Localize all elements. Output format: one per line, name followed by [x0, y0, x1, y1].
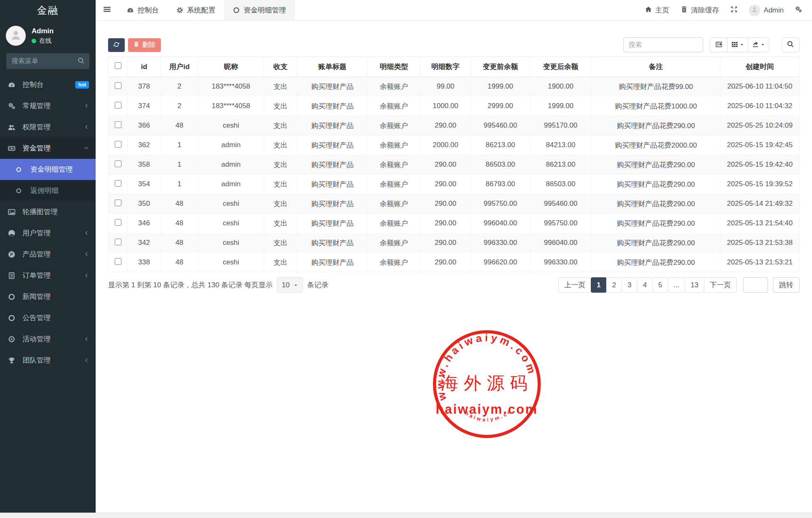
- page-ellipsis[interactable]: ...: [668, 277, 685, 293]
- chevron-left-icon: [84, 103, 89, 109]
- page-button-13[interactable]: 13: [685, 277, 704, 293]
- row-checkbox[interactable]: [115, 160, 121, 167]
- row-checkbox[interactable]: [115, 200, 121, 206]
- row-select-cell: [109, 214, 128, 233]
- search-button[interactable]: [782, 37, 800, 52]
- row-checkbox[interactable]: [115, 239, 121, 245]
- clear-cache-link[interactable]: 清除缓存: [681, 5, 719, 15]
- chevron-left-icon: [84, 273, 89, 278]
- delete-button[interactable]: 删除: [128, 38, 161, 52]
- sidebar-item-notice[interactable]: 公告管理: [0, 307, 96, 328]
- cell: admin: [198, 136, 264, 155]
- cell: 购买理财产品花费290.00: [592, 175, 721, 194]
- columns-grid-icon: [731, 41, 738, 49]
- sidebar-item-news[interactable]: 新闻管理: [0, 286, 96, 307]
- sidebar-item-fund[interactable]: 资金管理: [0, 138, 96, 159]
- admin-menu[interactable]: Admin: [749, 5, 784, 16]
- search-icon[interactable]: [78, 57, 85, 66]
- column-header: id: [128, 57, 161, 77]
- page-button-2[interactable]: 2: [606, 277, 622, 293]
- page-size-dropdown[interactable]: 10: [277, 277, 303, 293]
- content: 删除 id: [96, 21, 812, 293]
- tachometer-icon: [127, 7, 134, 14]
- page-button-4[interactable]: 4: [637, 277, 653, 293]
- home-link[interactable]: 主页: [645, 5, 669, 15]
- sidebar-toggle-button[interactable]: [96, 0, 118, 20]
- sidebar-item-product[interactable]: P产品管理: [0, 244, 96, 265]
- avatar: [749, 5, 760, 16]
- sidebar-item-general[interactable]: 常规管理: [0, 95, 96, 116]
- horizontal-scrollbar[interactable]: [0, 513, 812, 518]
- table-row: 3742183****4058支出购买理财产品余额账户1000.002999.0…: [109, 96, 800, 116]
- row-checkbox[interactable]: [115, 180, 121, 187]
- row-checkbox[interactable]: [115, 102, 121, 109]
- table-search-input[interactable]: [623, 37, 703, 52]
- table-row: 3621admin支出购买理财产品余额账户2000.0086213.008421…: [109, 136, 800, 155]
- row-checkbox[interactable]: [115, 258, 121, 265]
- select-all-checkbox[interactable]: [115, 62, 121, 69]
- settings-button[interactable]: [795, 6, 802, 15]
- cell: 48: [161, 253, 198, 272]
- refresh-button[interactable]: [108, 38, 125, 52]
- cell: 余额账户: [368, 96, 420, 116]
- cell: 2000.00: [420, 136, 471, 155]
- cell: 支出: [264, 253, 297, 272]
- table-row: 35048ceshi支出购买理财产品余额账户290.00995750.00995…: [109, 194, 800, 214]
- cell: 995750.00: [471, 194, 530, 214]
- tab-sys-config[interactable]: 系统配置: [168, 0, 224, 20]
- cell: 290.00: [420, 116, 471, 136]
- export-button[interactable]: [748, 37, 769, 52]
- sidebar-item-order[interactable]: 订单管理: [0, 265, 96, 286]
- jump-button[interactable]: 跳转: [773, 277, 800, 293]
- chevron-left-icon: [84, 252, 89, 257]
- fullscreen-button[interactable]: [731, 6, 738, 15]
- detail-view-button[interactable]: [710, 37, 728, 52]
- circle-icon: [233, 7, 240, 14]
- sidebar-item-activity[interactable]: 活动管理: [0, 328, 96, 350]
- sidebar-item-user[interactable]: 用户管理: [0, 222, 96, 244]
- cell: 余额账户: [368, 233, 420, 253]
- cell: 支出: [264, 77, 297, 96]
- cell: 2025-05-25 10:24:09: [721, 116, 800, 136]
- page-button-1[interactable]: 1: [591, 277, 607, 293]
- cell: 290.00: [420, 214, 471, 233]
- cell: 374: [128, 96, 161, 116]
- page-button-5[interactable]: 5: [652, 277, 668, 293]
- cell: 支出: [264, 116, 297, 136]
- row-checkbox[interactable]: [115, 141, 121, 148]
- cell: 338: [128, 253, 161, 272]
- image-icon: [8, 208, 18, 216]
- cell: 48: [161, 116, 198, 136]
- sidebar-item-team[interactable]: 团队管理: [0, 350, 96, 371]
- next-page-button[interactable]: 下一页: [704, 277, 737, 293]
- jump-page-input[interactable]: [743, 277, 768, 293]
- columns-button[interactable]: [727, 37, 748, 52]
- tab-console[interactable]: 控制台: [118, 0, 168, 20]
- cell: 346: [128, 214, 161, 233]
- sidebar-item-permission[interactable]: 权限管理: [0, 116, 96, 138]
- column-header: 明细数字: [420, 57, 471, 77]
- sidebar-item-label: 资金明细管理: [30, 165, 89, 174]
- sidebar-item-console[interactable]: 控制台hot: [0, 74, 96, 95]
- sidebar-item-fund-detail[interactable]: 资金明细管理: [0, 159, 96, 180]
- sidebar-item-label: 用户管理: [22, 228, 84, 238]
- online-dot: [32, 39, 36, 43]
- pagination-summary-suffix: 条记录: [307, 280, 328, 290]
- cell: 996330.00: [471, 233, 530, 253]
- chevron-left-icon: [84, 358, 89, 363]
- row-checkbox[interactable]: [115, 82, 121, 89]
- caret-up-icon: [294, 281, 298, 289]
- sidebar-search-input[interactable]: [6, 53, 89, 69]
- prev-page-button[interactable]: 上一页: [558, 277, 591, 293]
- tab-fund-detail[interactable]: 资金明细管理: [224, 0, 295, 20]
- fund-detail-table: id用户id昵称收支账单标题明细类型明细数字变更前余额变更后余额备注创建时间 3…: [108, 57, 800, 272]
- page-button-3[interactable]: 3: [622, 277, 637, 293]
- bars-icon: [103, 5, 111, 15]
- sidebar-item-rebate-detail[interactable]: 返佣明细: [0, 180, 96, 201]
- cell: 余额账户: [368, 253, 420, 272]
- cell: 余额账户: [368, 214, 420, 233]
- row-checkbox[interactable]: [115, 219, 121, 226]
- sidebar-item-banner[interactable]: 轮播图管理: [0, 201, 96, 222]
- row-checkbox[interactable]: [115, 121, 121, 128]
- table-row: 3541admin支出购买理财产品余额账户290.0086793.0086503…: [109, 175, 800, 194]
